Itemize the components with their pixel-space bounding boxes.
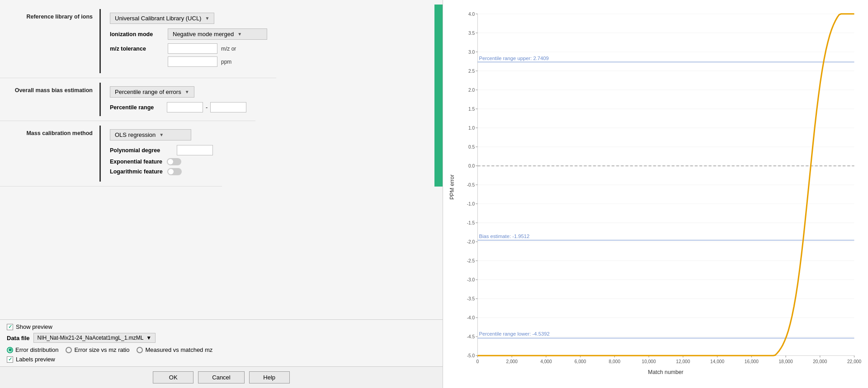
radio-error-size-label: Error size vs mz ratio <box>74 346 129 353</box>
library-dropdown[interactable]: Universal Calibrant Library (UCL) ▼ <box>110 13 214 24</box>
svg-text:16,000: 16,000 <box>745 359 759 364</box>
bias-method-arrow: ▼ <box>185 89 189 94</box>
svg-text:-2.0: -2.0 <box>467 239 475 244</box>
percentile-high-input[interactable]: 90 <box>210 102 246 112</box>
svg-text:14,000: 14,000 <box>710 359 725 364</box>
svg-text:-1.0: -1.0 <box>467 201 475 206</box>
logarithmic-toggle[interactable] <box>167 168 182 175</box>
green-bar-top <box>434 5 443 78</box>
svg-text:4,000: 4,000 <box>540 359 552 364</box>
mz-unit: m/z or <box>221 46 236 52</box>
svg-text:-1.5: -1.5 <box>467 220 475 225</box>
cal-method-arrow: ▼ <box>159 132 164 137</box>
exponential-toggle[interactable] <box>167 158 181 165</box>
svg-text:0.0: 0.0 <box>468 164 475 168</box>
ppm-value-input[interactable]: 5.0000 <box>168 56 217 67</box>
svg-text:8,000: 8,000 <box>609 359 621 364</box>
y-axis-label: PPM error <box>449 174 455 200</box>
svg-text:3.5: 3.5 <box>468 31 475 36</box>
green-bar-bottom <box>434 121 443 187</box>
svg-text:2.5: 2.5 <box>468 69 475 74</box>
svg-text:0: 0 <box>476 359 479 364</box>
svg-text:-0.5: -0.5 <box>467 182 475 187</box>
svg-text:2.0: 2.0 <box>468 88 475 93</box>
help-button[interactable]: Help <box>249 371 290 383</box>
mz-tolerance-label: m/z tolerance <box>110 46 164 52</box>
radio-error-size-outer <box>66 347 72 353</box>
data-file-label: Data file <box>7 335 30 341</box>
radio-measured-matched-outer <box>137 347 143 353</box>
svg-text:-3.0: -3.0 <box>467 277 475 282</box>
radio-error-distribution[interactable]: Error distribution <box>7 346 58 353</box>
x-ticks: 02,0004,0006,0008,00010,00012,00014,0001… <box>476 355 862 364</box>
overall-bias-label: Overall mass bias estimation <box>0 83 99 116</box>
data-file-dropdown[interactable]: NIH_Nat-Mix21-24_NaAcetat1mgL_1.mzML ▼ <box>33 333 156 343</box>
labels-preview-text: Labels preview <box>16 356 55 363</box>
logarithmic-label: Logarithmic feature <box>110 168 163 175</box>
data-file-value: NIH_Nat-Mix21-24_NaAcetat1mgL_1.mzML <box>38 335 144 341</box>
percentile-lower-text: Percentile range lower: -4.5392 <box>479 331 550 337</box>
y-ticks: 4.03.53.02.52.01.51.00.50.0-0.5-1.0-1.5-… <box>467 12 854 358</box>
show-preview-checkbox[interactable] <box>7 324 13 330</box>
chart-area: PPM error Percentile range upper: 2.7409… <box>448 5 863 383</box>
svg-text:6,000: 6,000 <box>575 359 586 364</box>
ionization-dropdown[interactable]: Negative mode merged ▼ <box>168 28 267 40</box>
percentile-sep: - <box>206 104 208 111</box>
show-preview-text: Show preview <box>16 323 52 330</box>
radio-error-size[interactable]: Error size vs mz ratio <box>66 346 129 353</box>
ionization-arrow: ▼ <box>237 32 242 37</box>
ionization-label: Ionization mode <box>110 31 164 37</box>
library-dropdown-arrow: ▼ <box>205 16 209 21</box>
svg-text:10,000: 10,000 <box>642 359 656 364</box>
svg-text:2,000: 2,000 <box>506 359 518 364</box>
radio-error-dist-inner <box>9 348 12 351</box>
svg-text:12,000: 12,000 <box>676 359 690 364</box>
labels-preview-checkbox[interactable] <box>7 356 13 363</box>
data-file-arrow: ▼ <box>146 335 151 341</box>
svg-text:4.0: 4.0 <box>468 12 475 17</box>
poly-degree-input[interactable]: 2 <box>177 145 213 155</box>
ppm-unit: ppm <box>221 59 231 65</box>
mz-value-input[interactable]: 0.0005 <box>168 43 217 54</box>
svg-text:22,000: 22,000 <box>847 359 862 364</box>
svg-text:1.0: 1.0 <box>468 126 475 131</box>
svg-text:-4.5: -4.5 <box>467 334 475 339</box>
percentile-range-label: Percentile range <box>110 104 164 111</box>
svg-text:-4.0: -4.0 <box>467 315 475 320</box>
percentile-upper-text: Percentile range upper: 2.7409 <box>479 56 549 61</box>
bias-text: Bias estimate: -1.9512 <box>479 234 530 239</box>
svg-text:3.0: 3.0 <box>468 50 475 55</box>
radio-error-dist-outer <box>7 347 13 353</box>
cal-method-label: OLS regression <box>115 131 156 138</box>
x-axis-label: Match number <box>648 369 683 375</box>
library-dropdown-label: Universal Calibrant Library (UCL) <box>115 15 201 22</box>
cancel-button[interactable]: Cancel <box>198 371 244 383</box>
cal-method-dropdown[interactable]: OLS regression ▼ <box>110 129 191 140</box>
svg-text:1.5: 1.5 <box>468 107 475 112</box>
svg-text:18,000: 18,000 <box>778 359 793 364</box>
reference-library-label: Reference library of ions <box>0 9 99 73</box>
bias-method-label: Percentile range of errors <box>115 89 181 95</box>
exponential-label: Exponential feature <box>110 159 162 165</box>
svg-text:0.5: 0.5 <box>468 145 475 150</box>
radio-measured-matched-label: Measured vs matched mz <box>145 346 212 353</box>
green-bar-middle <box>434 78 443 121</box>
svg-text:-2.5: -2.5 <box>467 258 475 263</box>
bias-method-dropdown[interactable]: Percentile range of errors ▼ <box>110 86 194 98</box>
radio-measured-matched[interactable]: Measured vs matched mz <box>137 346 212 353</box>
plot-type-radio-group: Error distribution Error size vs mz rati… <box>7 346 436 353</box>
svg-text:-3.5: -3.5 <box>467 296 475 301</box>
percentile-low-input[interactable]: 10 <box>167 102 203 112</box>
ionization-value: Negative mode merged <box>173 31 234 37</box>
radio-error-dist-label: Error distribution <box>15 346 58 353</box>
poly-degree-label: Polynomial degree <box>110 147 173 154</box>
svg-text:20,000: 20,000 <box>813 359 827 364</box>
svg-text:-5.0: -5.0 <box>467 353 475 358</box>
mass-cal-label: Mass calibration method <box>0 126 99 182</box>
ok-button[interactable]: OK <box>153 371 193 383</box>
